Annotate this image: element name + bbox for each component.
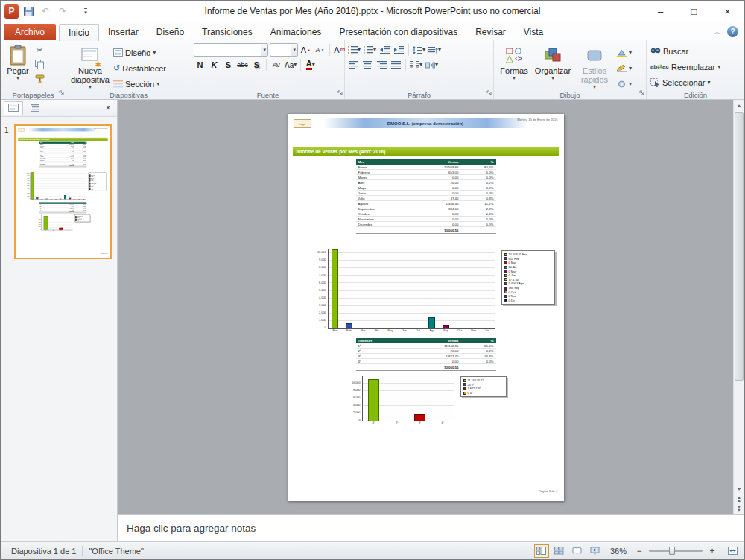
line-spacing-button[interactable]: ▾	[412, 44, 426, 57]
tab-vista[interactable]: Vista	[515, 24, 552, 40]
cut-button[interactable]: ✂	[33, 44, 46, 57]
align-left-button[interactable]	[347, 59, 360, 71]
help-icon[interactable]: ?	[727, 26, 738, 37]
section-button[interactable]: Sección ▾	[112, 77, 168, 91]
table-cell: 0,0%	[460, 212, 495, 216]
font-name-combo[interactable]: ▾	[194, 43, 268, 57]
font-size-combo[interactable]: ▾	[270, 43, 298, 57]
reset-button[interactable]: ↺ Restablecer	[112, 61, 168, 75]
save-button[interactable]	[21, 4, 36, 19]
strikethrough-button[interactable]: abc	[236, 59, 249, 71]
font-dialog-launcher[interactable]	[337, 85, 343, 98]
font-color-button[interactable]: A▾	[304, 59, 317, 71]
tab-animaciones[interactable]: Animaciones	[261, 24, 331, 40]
text-shadow-button[interactable]: S	[250, 59, 263, 71]
tab-insertar[interactable]: Insertar	[99, 24, 148, 40]
numbering-icon	[364, 46, 373, 54]
character-spacing-button[interactable]: AV	[270, 59, 282, 71]
increase-indent-button[interactable]	[393, 44, 405, 57]
text-direction-button[interactable]: ▾	[428, 44, 442, 57]
paste-button[interactable]: Pegar ▾	[3, 42, 33, 81]
minimize-button[interactable]: –	[644, 1, 677, 22]
shape-outline-button[interactable]: ▾	[615, 61, 633, 75]
replace-button[interactable]: ab⇄ac Reemplazar ▾	[649, 60, 722, 74]
theme-name[interactable]: "Office Theme"	[83, 547, 149, 556]
replace-label: Reemplazar	[671, 63, 715, 71]
slides-tab[interactable]	[4, 101, 23, 115]
tab-archivo[interactable]: Archivo	[4, 24, 56, 40]
underline-button[interactable]: S	[222, 59, 235, 71]
paragraph-dialog-launcher[interactable]	[486, 85, 492, 98]
grow-font-button[interactable]: A▲	[299, 44, 312, 57]
drawing-dialog-launcher[interactable]	[639, 85, 644, 98]
tab-presentacion[interactable]: Presentación con diapositivas	[330, 24, 466, 40]
slide-counter[interactable]: Diapositiva 1 de 1	[5, 547, 82, 556]
clipboard-dialog-launcher[interactable]	[59, 85, 64, 98]
tab-inicio[interactable]: Inicio	[59, 24, 99, 41]
normal-view-button[interactable]	[534, 544, 549, 558]
scrollbar-thumb[interactable]	[735, 112, 744, 381]
shrink-font-button[interactable]: A▼	[314, 44, 326, 57]
next-slide-button[interactable]: ▼▼	[737, 504, 741, 514]
find-button[interactable]: Buscar	[649, 44, 722, 58]
zoom-slider-thumb[interactable]	[669, 547, 675, 555]
maximize-button[interactable]: □	[677, 1, 711, 22]
redo-button[interactable]: ↷	[55, 4, 70, 19]
qat-customize-button[interactable]: ▾	[78, 4, 93, 19]
previous-slide-button[interactable]: ▲▲	[737, 494, 741, 504]
scrollbar-track[interactable]	[734, 111, 744, 483]
slideshow-view-icon	[590, 547, 600, 555]
shapes-button[interactable]: Formas ▾	[496, 42, 532, 81]
fit-to-window-button[interactable]	[725, 544, 740, 558]
clear-formatting-button[interactable]: A	[333, 44, 346, 57]
numbering-button[interactable]: ▾	[363, 44, 377, 57]
format-painter-button[interactable]	[33, 72, 46, 85]
zoom-slider[interactable]	[649, 550, 703, 552]
align-right-button[interactable]	[375, 59, 388, 71]
bold-button[interactable]: N	[194, 59, 206, 71]
reading-view-button[interactable]	[570, 544, 585, 558]
undo-button[interactable]: ↶	[38, 4, 53, 19]
bullets-button[interactable]: ▾	[347, 44, 361, 57]
slide-thumbnail[interactable]: Logo DMOO S.L. (empresa demostración) Ma…	[14, 124, 112, 259]
new-slide-button[interactable]: ✱ Nueva diapositiva ▾	[69, 42, 112, 90]
vertical-scrollbar[interactable]: ▲ ▼ ▲▲ ▼▼	[733, 100, 744, 514]
x-axis-tick-label: Nov	[466, 330, 481, 333]
minimize-ribbon-icon[interactable]: ︿	[714, 27, 721, 37]
tab-diseno[interactable]: Diseño	[148, 24, 193, 40]
notes-pane[interactable]: Haga clic para agregar notas	[118, 514, 744, 541]
italic-button[interactable]: K	[208, 59, 221, 71]
slide-sorter-view-button[interactable]	[552, 544, 567, 558]
arrange-button[interactable]: Organizar ▾	[532, 42, 574, 81]
change-case-button[interactable]: Aa▾	[284, 59, 297, 71]
app-icon[interactable]: P	[4, 4, 19, 19]
align-center-button[interactable]	[361, 59, 374, 71]
close-button[interactable]: ×	[711, 1, 744, 22]
convert-smartart-button[interactable]: ▾	[425, 59, 439, 71]
scroll-down-button[interactable]: ▼	[734, 483, 745, 494]
scroll-up-button[interactable]: ▲	[734, 100, 745, 111]
y-axis-tick-label: 4.000	[25, 188, 30, 189]
zoom-out-button[interactable]: −	[634, 546, 644, 556]
table-row: Abril20,000,2%	[356, 180, 496, 185]
outline-tab[interactable]	[25, 101, 45, 115]
y-axis-tick-label: 0	[311, 327, 326, 330]
legend-swatch	[504, 274, 507, 277]
slideshow-view-button[interactable]	[588, 544, 603, 558]
justify-button[interactable]	[390, 59, 402, 71]
select-button[interactable]: Seleccionar ▾	[649, 75, 722, 89]
layout-button[interactable]: Diseño ▾	[112, 45, 168, 60]
quick-styles-button[interactable]: Estilos rápidos ▾	[574, 42, 615, 90]
shape-effects-button[interactable]: ▾	[615, 77, 633, 91]
zoom-level[interactable]: 36%	[606, 547, 631, 556]
decrease-indent-button[interactable]	[378, 44, 391, 57]
columns-button[interactable]: ▾	[409, 59, 423, 71]
tab-revisar[interactable]: Revisar	[466, 24, 515, 40]
zoom-in-button[interactable]: +	[707, 546, 717, 556]
shape-fill-button[interactable]: ▾	[615, 45, 633, 60]
close-pane-button[interactable]: ×	[102, 103, 114, 113]
slide-page[interactable]: Logo DMOO S.L. (empresa demostración) Ma…	[288, 114, 564, 501]
chart-bar	[368, 379, 379, 421]
tab-transiciones[interactable]: Transiciones	[193, 24, 261, 40]
copy-button[interactable]	[33, 58, 46, 71]
